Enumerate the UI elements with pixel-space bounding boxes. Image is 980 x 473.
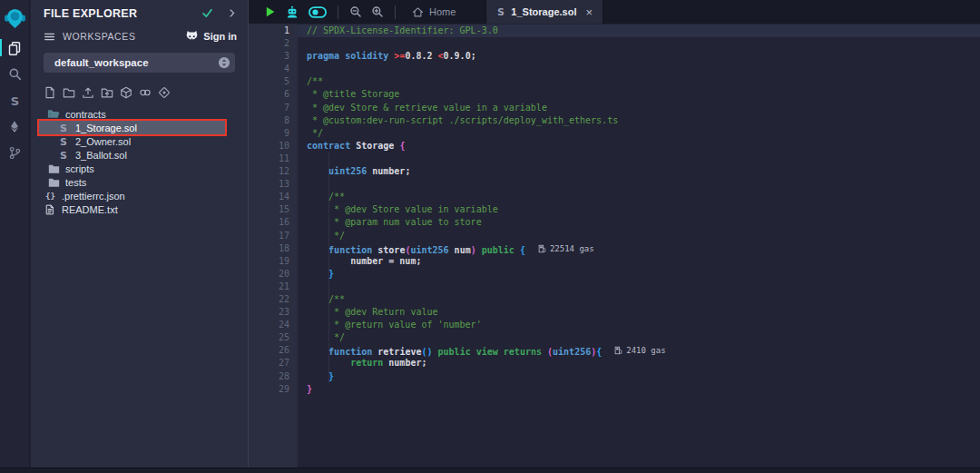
line-number[interactable]: 29 (249, 383, 298, 396)
ipfs-box-button[interactable] (120, 86, 132, 99)
ai-copilot-toggle[interactable] (309, 0, 327, 24)
zoom-out-button[interactable] (349, 0, 362, 24)
line-number[interactable]: 9 (249, 127, 298, 140)
line-number[interactable]: 10 (249, 140, 298, 153)
line-number[interactable]: 6 (249, 88, 298, 101)
code-line[interactable]: * @dev Store value in variable (307, 203, 980, 216)
terminal-resize-handle[interactable] (0, 468, 980, 473)
code-line[interactable]: pragma solidity >=0.8.2 <0.9.0; (307, 50, 980, 63)
tree-item-2-owner-sol[interactable]: S2_Owner.sol (31, 134, 248, 148)
line-number[interactable]: 15 (249, 203, 298, 216)
line-number[interactable]: 8 (249, 114, 298, 127)
line-number[interactable]: 11 (249, 153, 298, 165)
code-line[interactable]: * @dev Return value (307, 306, 980, 319)
line-number[interactable]: 28 (249, 370, 298, 383)
line-number[interactable]: 1 (249, 25, 298, 37)
tree-item-label: 2_Owner.sol (75, 136, 131, 147)
line-number[interactable]: 21 (249, 281, 298, 293)
workspace-select[interactable]: default_workspace (44, 53, 235, 73)
tree-item-tests[interactable]: tests (31, 175, 248, 189)
new-file-button[interactable] (44, 86, 56, 99)
line-number[interactable]: 22 (249, 293, 298, 306)
code-line[interactable] (307, 281, 980, 293)
line-number[interactable]: 4 (249, 63, 298, 75)
code-line[interactable]: * @custom:dev-run-script ./scripts/deplo… (307, 114, 980, 127)
line-number[interactable]: 20 (249, 268, 298, 281)
ai-assistant-button[interactable] (285, 0, 299, 24)
editor-topbar: HomeS1_Storage.sol× (249, 0, 980, 24)
code-editor[interactable]: 1234567891011121314151617181920212223242… (249, 24, 980, 468)
line-number[interactable]: 13 (249, 178, 298, 191)
code-line[interactable]: */ (307, 230, 980, 242)
code-line[interactable]: } (307, 370, 980, 383)
code-line[interactable] (307, 63, 980, 75)
upload-file-button[interactable] (82, 86, 94, 99)
line-number[interactable]: 3 (249, 50, 298, 63)
tree-item--prettierrc-json[interactable]: {}.prettierrc.json (31, 189, 248, 202)
line-number[interactable]: 18 (249, 242, 298, 255)
sign-in-button[interactable]: Sign in (185, 30, 237, 43)
close-tab-icon[interactable]: × (585, 6, 593, 18)
code-area[interactable]: // SPDX-License-Identifier: GPL-3.0pragm… (298, 24, 980, 468)
rail-item-remix-logo[interactable] (0, 0, 29, 34)
line-number[interactable]: 5 (249, 75, 298, 88)
code-line[interactable]: /** (307, 293, 980, 306)
clone-link-button[interactable] (139, 86, 152, 99)
code-line[interactable]: function store(uint256 num) public {2251… (307, 242, 980, 255)
line-number[interactable]: 27 (249, 357, 298, 370)
run-script-button[interactable] (264, 0, 276, 24)
code-line[interactable]: /** (307, 75, 980, 88)
accept-check-icon[interactable] (201, 7, 213, 19)
code-line[interactable] (307, 37, 980, 50)
rail-item-git[interactable] (0, 140, 29, 166)
tree-item-contracts[interactable]: contracts (31, 107, 248, 121)
tree-item-readme-txt[interactable]: README.txt (31, 202, 248, 216)
upload-folder-button[interactable] (101, 86, 113, 99)
line-number[interactable]: 7 (249, 102, 298, 114)
line-number[interactable]: 24 (249, 319, 298, 331)
code-line[interactable]: // SPDX-License-Identifier: GPL-3.0 (298, 25, 980, 37)
line-number[interactable]: 2 (249, 37, 298, 50)
code-line[interactable]: */ (307, 127, 980, 140)
line-number[interactable]: 17 (249, 230, 298, 242)
rail-item-file-explorer[interactable] (0, 34, 29, 61)
clone-link-icon (139, 86, 152, 99)
code-line[interactable]: number = num; (307, 255, 980, 268)
code-line[interactable]: * @param num value to store (307, 216, 980, 229)
code-line[interactable] (307, 153, 980, 165)
new-folder-button[interactable] (63, 86, 75, 99)
rail-item-search[interactable] (0, 61, 29, 87)
gist-button[interactable] (158, 86, 171, 99)
tab-home[interactable]: Home (402, 0, 466, 24)
line-number[interactable]: 23 (249, 306, 298, 319)
zoom-in-button[interactable] (371, 0, 384, 24)
chevron-right-icon[interactable] (227, 8, 237, 18)
code-line[interactable]: */ (307, 331, 980, 344)
code-line[interactable]: * @return value of 'number' (307, 319, 980, 331)
tree-item-1-storage-sol[interactable]: S1_Storage.sol (39, 121, 225, 134)
code-line[interactable]: /** (307, 191, 980, 203)
code-line[interactable] (307, 178, 980, 191)
code-line[interactable]: uint256 number; (307, 165, 980, 178)
code-line[interactable]: return number; (307, 357, 980, 370)
line-number[interactable]: 19 (249, 255, 298, 268)
code-line[interactable]: } (307, 268, 980, 281)
rail-item-deploy-run[interactable] (0, 113, 29, 140)
line-number[interactable]: 12 (249, 165, 298, 178)
code-line[interactable]: * @dev Store & retrieve value in a varia… (307, 102, 980, 114)
code-line[interactable]: function retrieve() public view returns … (307, 344, 980, 357)
line-number[interactable]: 26 (249, 344, 298, 357)
tree-item-3-ballot-sol[interactable]: S3_Ballot.sol (31, 148, 248, 162)
line-number[interactable]: 25 (249, 331, 298, 344)
tree-item-scripts[interactable]: scripts (31, 162, 248, 175)
code-line[interactable]: } (307, 383, 980, 396)
code-line[interactable]: * @title Storage (307, 88, 980, 101)
fuel-icon (538, 244, 546, 253)
workspace-selected-value: default_workspace (54, 57, 218, 68)
line-number[interactable]: 16 (249, 216, 298, 229)
hamburger-menu-icon[interactable] (44, 31, 55, 43)
rail-item-solidity-compiler[interactable]: S (0, 87, 29, 113)
code-line[interactable]: contract Storage { (307, 140, 980, 153)
tab-1-storage-sol[interactable]: S1_Storage.sol× (485, 0, 603, 24)
line-number[interactable]: 14 (249, 191, 298, 203)
